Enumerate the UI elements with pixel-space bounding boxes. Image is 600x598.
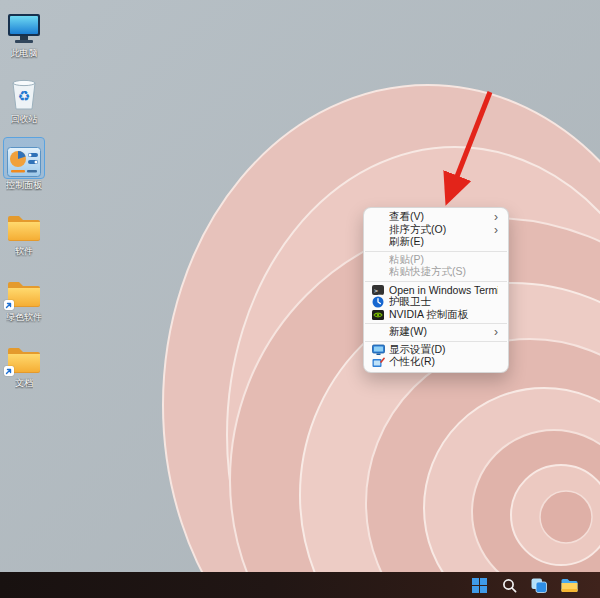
control-panel-icon xyxy=(4,138,44,178)
desktop-icon-label: 绿色软件 xyxy=(6,312,42,323)
desktop-icon-label: 此电脑 xyxy=(11,48,38,59)
chevron-right-icon: › xyxy=(494,327,498,337)
menu-separator xyxy=(365,281,507,282)
blank-icon xyxy=(372,211,386,223)
menu-item-label: 刷新(E) xyxy=(389,235,498,249)
menu-separator xyxy=(365,341,507,342)
svg-text:>_: >_ xyxy=(374,286,382,294)
menu-item-refresh[interactable]: 刷新(E) xyxy=(367,236,505,249)
start-button[interactable] xyxy=(470,576,488,594)
chevron-right-icon: › xyxy=(494,212,498,222)
this-pc-icon xyxy=(4,6,44,46)
menu-item-nvidia-control-panel[interactable]: NVIDIA 控制面板 xyxy=(367,309,505,322)
eye-guard-icon xyxy=(372,296,386,308)
blank-icon xyxy=(372,326,386,338)
svg-text:♻: ♻ xyxy=(18,88,31,104)
nvidia-icon xyxy=(372,309,386,321)
personalize-icon xyxy=(372,356,386,368)
taskbar-buttons xyxy=(470,572,578,598)
desktop-icon-folder-3[interactable]: 文档 xyxy=(0,336,48,402)
task-view-button[interactable] xyxy=(530,576,548,594)
menu-separator xyxy=(365,251,507,252)
task-view-icon xyxy=(531,578,547,593)
recycle-bin-icon: ♻ xyxy=(4,72,44,112)
menu-item-label: 新建(W) xyxy=(389,325,490,339)
menu-item-paste-shortcut: 粘贴快捷方式(S) xyxy=(367,266,505,279)
context-menu: 查看(V)›排序方式(O)›刷新(E)粘贴(P)粘贴快捷方式(S)>_Open … xyxy=(363,207,509,373)
file-explorer-icon xyxy=(561,578,578,593)
search-icon xyxy=(502,578,517,593)
menu-item-personalize[interactable]: 个性化(R) xyxy=(367,356,505,369)
menu-item-display-settings[interactable]: 显示设置(D) xyxy=(367,344,505,357)
shortcut-arrow-icon xyxy=(4,300,14,310)
chevron-right-icon: › xyxy=(494,225,498,235)
desktop-icon-label: 文档 xyxy=(15,378,33,389)
menu-item-paste: 粘贴(P) xyxy=(367,254,505,267)
desktop-icon-this-pc[interactable]: 此电脑 xyxy=(0,6,48,72)
desktop-icon-list: 此电脑♻回收站控制面板软件绿色软件文档 xyxy=(0,6,50,402)
desktop-icon-label: 软件 xyxy=(15,246,33,257)
menu-item-view[interactable]: 查看(V)› xyxy=(367,211,505,224)
menu-item-open-in-windows-terminal[interactable]: >_Open in Windows Terminal xyxy=(367,284,505,297)
desktop-icon-control-panel[interactable]: 控制面板 xyxy=(0,138,48,204)
search-button[interactable] xyxy=(500,576,518,594)
blank-icon xyxy=(372,266,386,278)
blank-icon xyxy=(372,236,386,248)
windows-terminal-icon: >_ xyxy=(372,284,386,296)
menu-item-label: 个性化(R) xyxy=(389,355,498,369)
folder-icon xyxy=(4,336,44,376)
menu-separator xyxy=(365,323,507,324)
blank-icon xyxy=(372,254,386,266)
folder-icon xyxy=(4,270,44,310)
menu-item-label: NVIDIA 控制面板 xyxy=(389,308,498,322)
folder-icon xyxy=(4,204,44,244)
file-explorer-button[interactable] xyxy=(560,576,578,594)
shortcut-arrow-icon xyxy=(4,366,14,376)
windows-logo-icon xyxy=(472,578,487,593)
menu-item-label: Open in Windows Terminal xyxy=(389,284,498,296)
menu-item-label: 粘贴快捷方式(S) xyxy=(389,265,498,279)
blank-icon xyxy=(372,224,386,236)
menu-item-eye-guard[interactable]: 护眼卫士 xyxy=(367,296,505,309)
desktop-icon-folder-2[interactable]: 绿色软件 xyxy=(0,270,48,336)
menu-item-new[interactable]: 新建(W)› xyxy=(367,326,505,339)
desktop-icon-recycle-bin[interactable]: ♻回收站 xyxy=(0,72,48,138)
desktop-icon-folder-1[interactable]: 软件 xyxy=(0,204,48,270)
wallpaper xyxy=(0,0,600,598)
display-settings-icon xyxy=(372,344,386,356)
desktop-icon-label: 回收站 xyxy=(11,114,38,125)
taskbar xyxy=(0,572,600,598)
desktop-icon-label: 控制面板 xyxy=(6,180,42,191)
menu-item-sort-by[interactable]: 排序方式(O)› xyxy=(367,224,505,237)
